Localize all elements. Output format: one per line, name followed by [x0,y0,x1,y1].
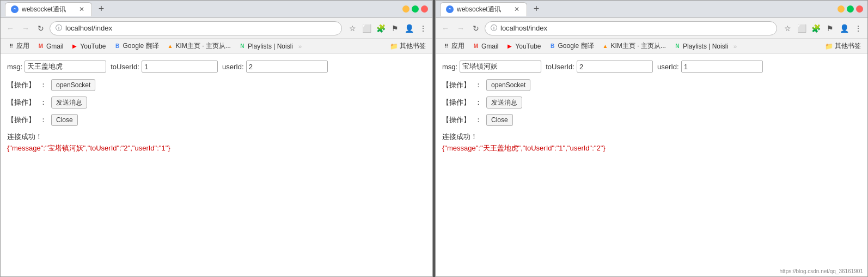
action-row-send-1: 【操作】 ： 发送消息 [7,97,426,109]
bookmark-translate-1[interactable]: B Google 翻译 [112,40,161,52]
bookmark-youtube-1[interactable]: ▶ YouTube [69,41,108,51]
kim-favicon-2: ▲ [602,43,609,50]
back-btn-2[interactable]: ← [439,22,452,35]
svg-point-1 [447,7,453,12]
action-sep-send-2: ： [475,98,482,107]
back-btn-1[interactable]: ← [4,22,17,35]
maximize-btn-1[interactable] [412,5,419,13]
bookmark-apps-2[interactable]: ⠿ 应用 [440,40,467,52]
bookmark-playlists-label-1: Playlists | Noisli [248,43,293,50]
bookmark-kim-2[interactable]: ▲ KIM主页 · 主页从... [600,40,668,52]
msg-input-2[interactable] [460,61,541,73]
minimize-btn-2[interactable] [838,5,845,13]
bookmark-gmail-2[interactable]: M Gmail [470,41,500,51]
bookmark-apps-label-2: 应用 [451,41,464,51]
title-bar-2: websocket通讯 ✕ + [436,1,867,18]
navbar-1: ← → ↻ ⓘ localhost/index ☆ ⬜ 🧩 ⚑ 👤 ⋮ [1,18,432,39]
new-tab-btn-2[interactable]: + [529,2,543,16]
output-line-1-0: 连接成功！ [7,131,426,143]
close-btn-2[interactable] [856,5,863,13]
touserid-input-2[interactable] [577,61,653,73]
msg-input-1[interactable] [25,61,106,73]
svg-point-0 [12,7,17,12]
send-btn-2[interactable]: 发送消息 [486,97,522,109]
active-tab-2[interactable]: websocket通讯 ✕ [440,2,527,16]
tab-favicon-1 [11,5,19,13]
bookmark-flag-1[interactable]: ⚑ [389,22,401,34]
cast-icon-1[interactable]: ⬜ [360,22,372,34]
userid-input-2[interactable] [681,61,763,73]
bookmark-translate-label-2: Google 翻译 [558,41,594,51]
action-sep-close-2: ： [475,115,482,125]
action-row-close-2: 【操作】 ： Close [442,114,861,126]
action-label-send-1: 【操作】 [7,98,35,107]
opensocket-btn-1[interactable]: openSocket [51,79,95,91]
bookmark-youtube-2[interactable]: ▶ YouTube [504,41,543,51]
action-sep-opensocket-2: ： [475,80,482,90]
navbar-icons-1: ☆ ⬜ 🧩 ⚑ 👤 ⋮ [346,22,429,34]
userid-group-2: userId: [657,61,763,73]
page-content-1: msg: toUserId: userId: 【操作】 ： openSocket… [1,54,432,276]
action-label-close-1: 【操作】 [7,115,35,125]
touserid-label-2: toUserId: [546,63,574,71]
opensocket-btn-2[interactable]: openSocket [486,79,530,91]
close-btn-ws-2[interactable]: Close [486,114,513,126]
address-lock-1: ⓘ [56,23,62,33]
address-lock-2: ⓘ [491,23,497,33]
bookmark-apps-1[interactable]: ⠿ 应用 [5,40,32,52]
input-row-2: msg: toUserId: userId: [442,61,861,73]
address-bar-1[interactable]: ⓘ localhost/index [50,21,342,35]
forward-btn-1[interactable]: → [19,22,32,35]
bookmark-star-2[interactable]: ☆ [781,22,793,34]
action-row-opensocket-1: 【操作】 ： openSocket [7,79,426,91]
bookmark-translate-2[interactable]: B Google 翻译 [547,40,596,52]
tab-close-2[interactable]: ✕ [512,5,521,14]
forward-btn-2[interactable]: → [454,22,467,35]
new-tab-btn-1[interactable]: + [94,2,108,16]
touserid-group-2: toUserId: [546,61,653,73]
extension-puzzle-1[interactable]: 🧩 [375,22,387,34]
playlists-favicon-2: N [674,43,681,50]
send-btn-1[interactable]: 发送消息 [51,97,87,109]
bookmark-playlists-1[interactable]: N Playlists | Noisli [236,41,295,51]
bookmark-kim-label-1: KIM主页 · 主页从... [176,41,231,51]
menu-icon-2[interactable]: ⋮ [852,22,864,34]
bookmark-flag-2[interactable]: ⚑ [824,22,836,34]
userid-input-1[interactable] [246,61,328,73]
address-bar-2[interactable]: ⓘ localhost/index [485,21,777,35]
bookmark-youtube-label-2: YouTube [515,43,541,50]
bookmark-star-1[interactable]: ☆ [346,22,358,34]
bookmark-kim-1[interactable]: ▲ KIM主页 · 主页从... [164,40,233,52]
action-label-close-2: 【操作】 [442,115,470,125]
translate-favicon-2: B [549,43,557,50]
tab-title-2: websocket通讯 [457,5,509,14]
extension-puzzle-2[interactable]: 🧩 [810,22,822,34]
refresh-btn-2[interactable]: ↻ [469,22,482,35]
footer-url: https://blog.csdn.net/qq_36161901 [780,268,863,274]
menu-icon-1[interactable]: ⋮ [417,22,429,34]
cast-icon-2[interactable]: ⬜ [796,22,808,34]
youtube-favicon-2: ▶ [506,43,514,50]
output-area-1: 连接成功！ {"message":"宝塔镇河妖","toUserId":"2",… [7,131,426,154]
maximize-btn-2[interactable] [847,5,854,13]
minimize-btn-1[interactable] [402,5,409,13]
profile-icon-2[interactable]: 👤 [838,22,850,34]
refresh-btn-1[interactable]: ↻ [34,22,47,35]
touserid-label-1: toUserId: [111,63,139,71]
touserid-input-1[interactable] [142,61,218,73]
active-tab-1[interactable]: websocket通讯 ✕ [5,2,92,16]
touserid-group-1: toUserId: [111,61,218,73]
close-btn-ws-1[interactable]: Close [51,114,78,126]
bookmark-gmail-1[interactable]: M Gmail [35,41,65,51]
bookmark-other-1[interactable]: 📁 其他书签 [388,40,428,52]
tab-close-1[interactable]: ✕ [77,5,86,14]
bookmark-playlists-2[interactable]: N Playlists | Noisli [671,41,730,51]
action-label-opensocket-1: 【操作】 [7,80,35,90]
bookmark-other-2[interactable]: 📁 其他书签 [823,40,863,52]
gmail-favicon-2: M [472,43,480,50]
bookmark-divider-1: » [298,43,302,50]
msg-group-2: msg: [442,61,541,73]
profile-icon-1[interactable]: 👤 [403,22,415,34]
close-btn-1[interactable] [421,5,428,13]
translate-favicon-1: B [114,43,121,50]
